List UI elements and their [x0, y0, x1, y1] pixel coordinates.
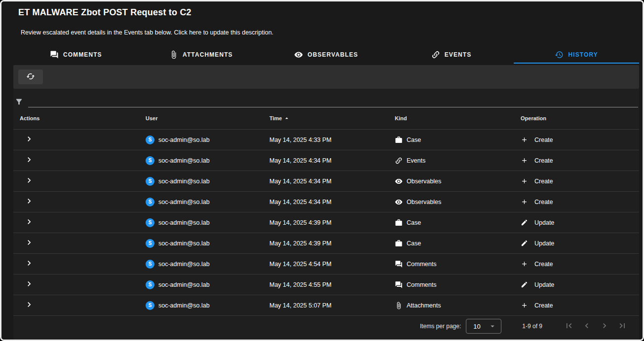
avatar: S [146, 218, 154, 227]
case-icon [395, 239, 403, 247]
operation-label: Update [534, 281, 554, 288]
create-icon [521, 157, 528, 164]
table-body: S soc-admin@so.lab May 14, 2025 4:33 PM … [13, 130, 639, 316]
table-header-row: Actions User Time Kind Operation [13, 107, 639, 130]
expand-row-button[interactable] [23, 133, 35, 146]
chevron-right-icon [24, 134, 34, 145]
time-value: May 14, 2025 4:34 PM [263, 171, 388, 191]
observables-icon [294, 50, 303, 59]
user-email: soc-admin@so.lab [158, 240, 210, 247]
kind-label: Attachments [407, 302, 441, 309]
kind-label: Case [407, 240, 421, 247]
column-header-user[interactable]: User [139, 107, 263, 129]
events-icon [431, 50, 440, 59]
expand-row-button[interactable] [23, 237, 35, 250]
kind-label: Case [407, 136, 421, 143]
page-title: ET MALWARE Zbot POST Request to C2 [18, 7, 639, 18]
avatar: S [146, 136, 154, 144]
chevron-right-icon [24, 258, 34, 270]
expand-row-button[interactable] [23, 195, 35, 208]
avatar: S [146, 177, 154, 186]
table-row[interactable]: S soc-admin@so.lab May 14, 2025 5:07 PM … [13, 295, 639, 316]
observables-icon [395, 177, 403, 185]
column-header-kind[interactable]: Kind [388, 107, 514, 129]
filter-input[interactable] [28, 96, 638, 107]
expand-row-button[interactable] [23, 278, 35, 291]
next-page-icon [600, 321, 609, 332]
pagination-controls [560, 317, 631, 335]
last-page-button[interactable] [613, 317, 631, 335]
user-email: soc-admin@so.lab [158, 136, 210, 143]
table-row[interactable]: S soc-admin@so.lab May 14, 2025 4:39 PM … [13, 212, 639, 233]
case-description[interactable]: Review escalated event details in the Ev… [21, 29, 639, 36]
operation-label: Create [534, 136, 553, 143]
expand-row-button[interactable] [23, 154, 35, 167]
history-panel: Actions User Time Kind Operation [13, 89, 639, 340]
operation-label: Create [534, 261, 553, 268]
observables-icon [395, 198, 403, 206]
chevron-right-icon [24, 300, 34, 311]
column-header-actions: Actions [13, 107, 139, 129]
filter-icon [15, 98, 23, 106]
avatar: S [146, 156, 154, 165]
time-value: May 14, 2025 4:34 PM [263, 192, 388, 212]
create-icon [521, 198, 528, 205]
chevron-right-icon [24, 175, 34, 187]
operation-label: Update [534, 219, 554, 226]
previous-page-button[interactable] [578, 317, 596, 335]
column-header-time[interactable]: Time [263, 107, 388, 129]
expand-row-button[interactable] [23, 257, 35, 271]
tab-attachments[interactable]: ATTACHMENTS [139, 46, 264, 64]
expand-row-button[interactable] [23, 216, 35, 229]
expand-row-button[interactable] [23, 174, 35, 188]
table-row[interactable]: S soc-admin@so.lab May 14, 2025 4:34 PM … [13, 150, 639, 171]
time-value: May 14, 2025 4:54 PM [263, 254, 388, 274]
avatar: S [146, 260, 154, 269]
avatar: S [146, 280, 154, 289]
comments-icon [395, 260, 403, 268]
tab-events[interactable]: EVENTS [389, 46, 514, 64]
next-page-button[interactable] [596, 317, 613, 335]
chevron-right-icon [24, 238, 34, 249]
items-per-page-value: 10 [473, 323, 480, 330]
tab-observables[interactable]: OBSERVABLES [264, 46, 389, 64]
chevron-right-icon [24, 217, 34, 228]
tab-comments[interactable]: COMMENTS [13, 46, 139, 64]
chevron-right-icon [24, 279, 34, 290]
sort-asc-icon [283, 115, 290, 122]
table-row[interactable]: S soc-admin@so.lab May 14, 2025 4:39 PM … [13, 233, 639, 254]
user-email: soc-admin@so.lab [158, 302, 210, 309]
items-per-page-select[interactable]: 10 [466, 319, 501, 334]
table-row[interactable]: S soc-admin@so.lab May 14, 2025 4:55 PM … [13, 274, 639, 295]
user-email: soc-admin@so.lab [158, 178, 210, 185]
tab-bar: COMMENTS ATTACHMENTS OBSERVABLES EVENTS … [13, 46, 639, 64]
items-per-page-label: Items per page: [420, 323, 461, 330]
case-icon [395, 219, 403, 227]
time-value: May 14, 2025 5:07 PM [263, 295, 388, 315]
case-icon [395, 136, 403, 144]
chevron-right-icon [24, 155, 34, 166]
page-range-label: 1-9 of 9 [522, 323, 542, 330]
kind-label: Observables [407, 178, 441, 185]
table-row[interactable]: S soc-admin@so.lab May 14, 2025 4:34 PM … [13, 192, 639, 212]
refresh-icon [26, 72, 35, 82]
time-value: May 14, 2025 4:34 PM [263, 150, 388, 170]
kind-label: Observables [407, 199, 441, 205]
first-page-button[interactable] [560, 317, 578, 335]
comments-icon [50, 50, 59, 59]
expand-row-button[interactable] [23, 299, 35, 312]
attachments-icon [169, 50, 178, 59]
user-email: soc-admin@so.lab [158, 281, 210, 288]
tab-history[interactable]: HISTORY [514, 46, 639, 64]
table-row[interactable]: S soc-admin@so.lab May 14, 2025 4:34 PM … [13, 171, 639, 192]
time-value: May 14, 2025 4:55 PM [263, 274, 388, 295]
refresh-button[interactable] [18, 69, 43, 84]
user-email: soc-admin@so.lab [158, 199, 210, 205]
table-row[interactable]: S soc-admin@so.lab May 14, 2025 4:33 PM … [13, 130, 639, 150]
comments-icon [395, 281, 403, 289]
update-icon [521, 219, 528, 226]
user-email: soc-admin@so.lab [158, 261, 210, 268]
table-row[interactable]: S soc-admin@so.lab May 14, 2025 4:54 PM … [13, 254, 639, 274]
case-detail-window: ET MALWARE Zbot POST Request to C2 Revie… [0, 0, 644, 341]
column-header-operation[interactable]: Operation [514, 107, 639, 129]
